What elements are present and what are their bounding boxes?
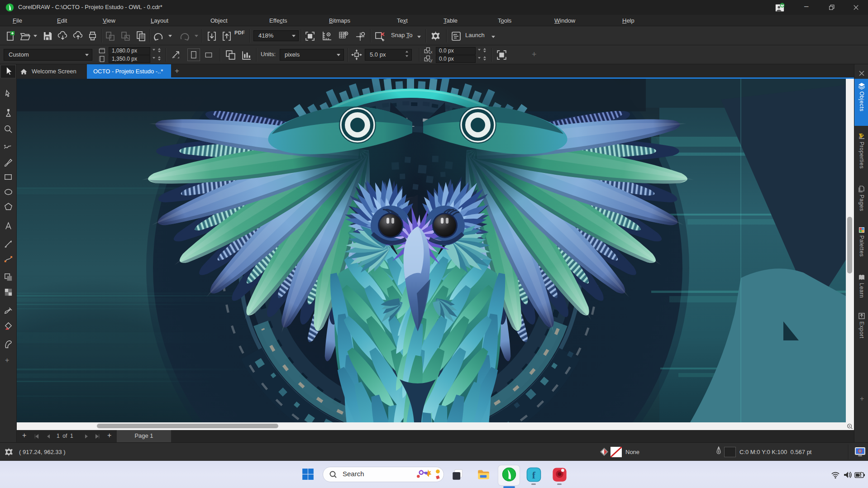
svg-text:f: f — [532, 469, 536, 481]
